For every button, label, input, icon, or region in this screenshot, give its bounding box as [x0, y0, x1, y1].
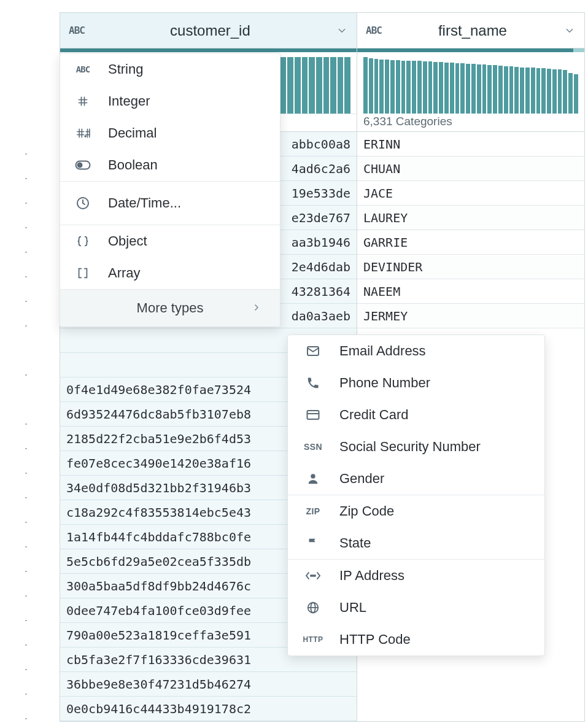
histogram-bar	[344, 57, 350, 114]
histogram-bar	[338, 57, 344, 114]
menu-item-datetime[interactable]: Date/Time...	[60, 182, 280, 225]
histogram-bar	[498, 66, 503, 114]
histogram-bar	[316, 57, 322, 114]
histogram-bar	[412, 61, 416, 114]
boolean-icon	[72, 155, 93, 176]
chevron-down-icon[interactable]	[563, 25, 576, 37]
histogram-bar	[455, 63, 460, 114]
row-dot: ·	[25, 190, 28, 215]
histogram-bar	[520, 68, 524, 114]
row-dot	[25, 338, 28, 362]
table-cell[interactable]: NAEEM	[357, 279, 584, 304]
histogram-bar	[369, 58, 373, 114]
chevron-down-icon[interactable]	[336, 25, 348, 37]
table-cell[interactable]: GARRIE	[357, 230, 584, 255]
cells-first-name: ERINNCHUANJACELAUREYGARRIEDEVINDERNAEEMJ…	[357, 132, 584, 328]
phone-icon	[303, 373, 323, 393]
histogram-bar	[280, 57, 287, 114]
table-cell[interactable]: DEVINDER	[357, 255, 584, 279]
table-cell[interactable]: JACE	[357, 181, 584, 206]
histogram-bar	[558, 69, 562, 114]
column-header-customer-id[interactable]: ABC customer_id	[60, 13, 357, 48]
histogram-bar	[323, 57, 330, 114]
zip-icon: ZIP	[303, 501, 323, 522]
table-cell[interactable]: CHUAN	[357, 157, 584, 181]
histogram-bar	[547, 69, 551, 114]
row-dot: ·	[25, 313, 28, 338]
histogram-bar	[514, 67, 519, 114]
globe-icon	[303, 597, 323, 618]
histogram-bar	[390, 60, 395, 114]
menu-item-object[interactable]: Object	[60, 225, 280, 257]
menu-item-decimal[interactable]: Decimal	[60, 117, 280, 149]
row-dot: ·	[25, 583, 28, 608]
histogram-bar	[433, 62, 438, 114]
menu-label: String	[108, 61, 143, 77]
table-cell[interactable]: LAUREY	[357, 206, 584, 230]
menu-item-credit-card[interactable]: Credit Card	[288, 399, 544, 431]
menu-item-state[interactable]: State	[288, 527, 544, 559]
menu-item-string[interactable]: ABC String	[60, 53, 280, 85]
histogram-bar	[471, 64, 476, 114]
menu-item-email[interactable]: Email Address	[288, 335, 544, 367]
row-dot: ·	[25, 559, 28, 583]
menu-item-boolean[interactable]: Boolean	[60, 149, 280, 181]
menu-item-zip[interactable]: ZIP Zip Code	[288, 495, 544, 527]
histogram-bar	[477, 64, 481, 114]
http-icon: HTTP	[303, 629, 323, 650]
histogram-bar	[295, 57, 301, 114]
menu-item-http[interactable]: HTTP HTTP Code	[288, 624, 544, 655]
histogram-bar	[423, 61, 427, 114]
decimal-icon	[72, 123, 93, 144]
histogram-bar	[406, 61, 411, 114]
histogram-bar	[374, 59, 379, 114]
histogram-bar	[309, 57, 315, 114]
categories-label: 6,331 Categories	[357, 114, 584, 132]
column-header-first-name[interactable]: ABC first_name	[357, 13, 584, 48]
histogram-bar	[363, 57, 368, 114]
menu-item-phone[interactable]: Phone Number	[288, 367, 544, 399]
ip-icon	[303, 565, 323, 586]
row-dot	[25, 387, 28, 411]
menu-item-url[interactable]: URL	[288, 592, 544, 624]
histogram-bar	[509, 66, 514, 114]
person-icon	[303, 468, 323, 489]
svg-point-21	[312, 575, 314, 576]
menu-label: IP Address	[339, 568, 404, 584]
array-icon	[72, 263, 93, 284]
histogram-bar	[385, 60, 389, 114]
histogram-bar	[460, 63, 465, 114]
type-dropdown-menu: ABC String Integer Decimal Boolean	[60, 53, 280, 327]
menu-item-gender[interactable]: Gender	[288, 463, 544, 495]
menu-item-array[interactable]: Array	[60, 257, 280, 289]
row-dot: ·	[25, 460, 28, 485]
histogram-bar	[379, 60, 384, 114]
histogram-bar	[493, 65, 497, 114]
menu-item-ssn[interactable]: SSN Social Security Number	[288, 431, 544, 463]
menu-item-more-types[interactable]: More types	[60, 290, 280, 327]
menu-label: Boolean	[108, 157, 158, 173]
menu-label: Zip Code	[339, 503, 394, 519]
histogram-bar	[536, 68, 541, 114]
svg-point-19	[311, 474, 315, 478]
histogram-bar	[531, 68, 535, 114]
histogram-bar	[444, 63, 449, 114]
menu-label: Integer	[108, 93, 150, 109]
table-cell[interactable]: 36bbe9e8e30f47231d5b46274	[60, 672, 357, 697]
table-cell[interactable]: JERMEY	[357, 304, 584, 328]
table-cell[interactable]: 0e0cb9416c44433b4919178c2	[60, 697, 357, 721]
svg-point-22	[314, 575, 315, 576]
menu-label: Social Security Number	[339, 439, 481, 455]
histogram-bar	[417, 61, 422, 114]
table-cell[interactable]: ERINN	[357, 132, 584, 157]
histogram-bar	[504, 66, 508, 114]
menu-label: Date/Time...	[108, 195, 181, 211]
histogram-bar	[450, 63, 454, 114]
histogram-bar	[487, 65, 492, 114]
type-badge-icon: ABC	[366, 25, 382, 36]
row-dot: ·	[25, 485, 28, 509]
menu-item-ip[interactable]: IP Address	[288, 560, 544, 592]
histogram-bar	[396, 60, 400, 114]
credit-card-icon	[303, 404, 323, 425]
menu-item-integer[interactable]: Integer	[60, 85, 280, 117]
